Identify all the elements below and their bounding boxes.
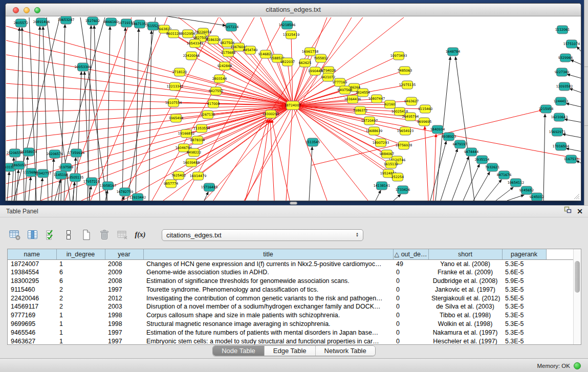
table-cell[interactable]: Jankovic et al. (1997) bbox=[428, 285, 502, 294]
table-cell[interactable]: 19384554 bbox=[8, 268, 56, 277]
graph-node[interactable] bbox=[166, 180, 177, 188]
graph-node[interactable] bbox=[556, 142, 567, 150]
graph-node[interactable] bbox=[287, 101, 299, 110]
table-cell[interactable]: Stergiakouli et al. (2012) bbox=[428, 294, 502, 302]
show-columns-icon[interactable] bbox=[26, 228, 39, 242]
graph-node[interactable] bbox=[316, 54, 326, 62]
graph-node[interactable] bbox=[310, 67, 321, 75]
graph-node[interactable] bbox=[432, 125, 443, 134]
graph-node[interactable] bbox=[393, 173, 403, 181]
table-cell[interactable]: 1 bbox=[56, 320, 105, 329]
right-panel-edge[interactable] bbox=[584, 0, 588, 205]
graph-node[interactable] bbox=[272, 54, 283, 62]
table-cell[interactable]: 49 bbox=[393, 259, 428, 268]
graph-node[interactable] bbox=[223, 49, 234, 57]
graph-node[interactable] bbox=[189, 148, 200, 157]
graph-node[interactable] bbox=[567, 40, 577, 48]
table-cell[interactable]: 2008 bbox=[105, 259, 143, 268]
table-cell[interactable]: 5.9E-5 bbox=[502, 277, 546, 286]
graph-node[interactable] bbox=[71, 149, 82, 157]
graph-node[interactable] bbox=[183, 30, 193, 38]
table-row[interactable]: 946554611997Estimation of the future num… bbox=[8, 328, 573, 337]
column-header-out_de[interactable]: △ out_de… bbox=[393, 249, 428, 259]
graph-node[interactable] bbox=[282, 58, 293, 66]
table-cell[interactable]: 1997 bbox=[105, 285, 143, 294]
graph-node[interactable] bbox=[24, 148, 34, 156]
table-cell[interactable]: 0 bbox=[393, 294, 428, 302]
graph-node[interactable] bbox=[121, 19, 132, 27]
graph-node[interactable] bbox=[532, 193, 542, 201]
table-cell[interactable]: 5.3E-5 bbox=[502, 320, 546, 329]
graph-node[interactable] bbox=[282, 21, 293, 29]
table-cell[interactable]: 0 bbox=[393, 311, 428, 320]
table-cell[interactable]: Dudbridge et al. (2008) bbox=[428, 277, 502, 286]
close-window-button[interactable] bbox=[13, 7, 19, 13]
graph-node[interactable] bbox=[179, 144, 189, 152]
graph-node[interactable] bbox=[399, 141, 409, 149]
graph-node[interactable] bbox=[133, 193, 143, 201]
graph-node[interactable] bbox=[340, 86, 351, 94]
graph-node[interactable] bbox=[192, 136, 203, 144]
graph-node[interactable] bbox=[406, 97, 417, 105]
graph-node[interactable] bbox=[466, 148, 477, 156]
graph-node[interactable] bbox=[78, 63, 89, 71]
graph-node[interactable] bbox=[448, 48, 459, 56]
table-cell[interactable]: 5.5E-5 bbox=[502, 294, 546, 302]
column-header-pagerank[interactable]: pagerank bbox=[502, 249, 546, 259]
graph-node[interactable] bbox=[10, 149, 20, 157]
graph-node[interactable] bbox=[168, 30, 179, 38]
column-header-in_degree[interactable]: in_degree bbox=[56, 249, 105, 259]
table-cell[interactable]: 0 bbox=[393, 285, 428, 294]
table-cell[interactable]: 2008 bbox=[105, 277, 143, 286]
graph-node[interactable] bbox=[364, 117, 375, 125]
function-builder-icon[interactable]: f(x) bbox=[134, 228, 147, 242]
network-canvas[interactable]: 2405572208914061065328715276028466160107… bbox=[6, 16, 581, 201]
table-scrollbar[interactable] bbox=[573, 249, 581, 344]
table-cell[interactable]: Changes of HCN gene expression and I(f) … bbox=[143, 259, 393, 268]
graph-node[interactable] bbox=[554, 113, 565, 121]
graph-node[interactable] bbox=[395, 107, 405, 116]
table-cell[interactable]: Tourette syndrome. Phenomenology and cla… bbox=[143, 285, 393, 294]
memory-status-indicator[interactable] bbox=[574, 362, 581, 369]
graph-node[interactable] bbox=[220, 62, 230, 70]
graph-node[interactable] bbox=[171, 114, 182, 122]
node-table[interactable]: namein_degreeyeartitle△ out_de…shortpage… bbox=[7, 249, 581, 345]
graph-node[interactable] bbox=[372, 95, 382, 103]
graph-node[interactable] bbox=[444, 133, 454, 141]
graph-node[interactable] bbox=[308, 138, 318, 146]
graph-node[interactable] bbox=[186, 159, 197, 167]
table-cell[interactable]: Corpus callosum shape and size in male p… bbox=[143, 311, 393, 320]
graph-node[interactable] bbox=[190, 39, 201, 48]
graph-node[interactable] bbox=[358, 89, 368, 97]
table-cell[interactable]: 5.3E-5 bbox=[502, 285, 546, 294]
graph-node[interactable] bbox=[300, 59, 311, 67]
column-header-year[interactable]: year bbox=[105, 249, 143, 259]
table-cell[interactable]: 1998 bbox=[105, 311, 143, 320]
tab-node-table[interactable]: Node Table bbox=[213, 346, 264, 356]
close-panel-icon[interactable]: ✕ bbox=[577, 206, 583, 217]
table-cell[interactable]: 2 bbox=[56, 294, 105, 302]
table-cell[interactable]: 0 bbox=[393, 268, 428, 277]
table-cell[interactable]: Yano et al. (2008) bbox=[428, 259, 502, 268]
graph-node[interactable] bbox=[347, 95, 358, 103]
table-cell[interactable]: Nakamura et al. (1997) bbox=[428, 328, 502, 337]
graph-node[interactable] bbox=[56, 171, 67, 179]
graph-node[interactable] bbox=[148, 22, 159, 30]
table-cell[interactable]: 1 bbox=[56, 311, 105, 320]
table-cell[interactable]: 5.3E-5 bbox=[502, 311, 546, 320]
table-cell[interactable]: 2009 bbox=[105, 268, 143, 277]
graph-node[interactable] bbox=[405, 113, 416, 121]
table-cell[interactable]: Disruption of a novel member of a sodium… bbox=[143, 302, 393, 311]
graph-node[interactable] bbox=[16, 19, 27, 27]
table-cell[interactable]: 1 bbox=[56, 328, 105, 337]
table-cell[interactable]: 5.6E-5 bbox=[502, 268, 546, 277]
graph-node[interactable] bbox=[419, 118, 430, 126]
graph-node[interactable] bbox=[222, 39, 233, 47]
minimize-window-button[interactable] bbox=[24, 7, 30, 13]
graph-node[interactable] bbox=[38, 169, 49, 178]
table-cell[interactable]: 9465546 bbox=[8, 328, 56, 337]
graph-node[interactable] bbox=[103, 182, 114, 190]
graph-node[interactable] bbox=[382, 150, 393, 158]
graph-node[interactable] bbox=[560, 54, 571, 62]
graph-node[interactable] bbox=[541, 105, 552, 113]
